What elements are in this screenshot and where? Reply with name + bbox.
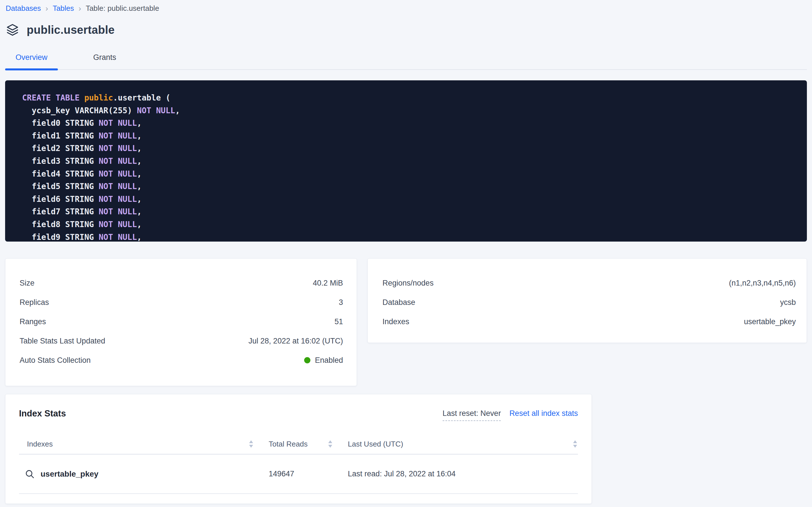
sql-line: field3 STRING NOT NULL, — [22, 155, 807, 168]
detail-value-text: 51 — [334, 317, 343, 326]
index-stats-title: Index Stats — [19, 408, 66, 419]
table-stats-card: Size40.2 MiBReplicas3Ranges51Table Stats… — [5, 258, 357, 386]
sql-token: , — [175, 106, 180, 115]
index-table-body: usertable_pkey149647Last read: Jul 28, 2… — [19, 454, 578, 494]
sql-line: field8 STRING NOT NULL, — [22, 218, 807, 231]
sql-token: NOT NULL — [99, 156, 137, 166]
sql-line: field0 STRING NOT NULL, — [22, 117, 807, 130]
reset-all-index-stats-link[interactable]: Reset all index stats — [509, 409, 578, 418]
detail-value: 51 — [334, 317, 343, 326]
sql-token: CREATE TABLE — [22, 93, 79, 103]
sql-token: , — [137, 131, 142, 140]
index-stats-card: Index Stats Last reset: Never Reset all … — [5, 394, 592, 504]
detail-row: Databaseycsb — [382, 293, 796, 312]
detail-value: ycsb — [780, 298, 796, 307]
sql-token: field4 STRING — [22, 169, 99, 179]
sql-token: , — [137, 144, 142, 153]
page-title: public.usertable — [27, 23, 115, 36]
column-header-total-reads[interactable]: Total Reads — [269, 440, 348, 449]
layers-icon — [6, 23, 19, 37]
detail-value: 3 — [339, 298, 343, 307]
sql-token: , — [137, 220, 142, 229]
sql-token: , — [137, 232, 142, 241]
chevron-right-icon: › — [45, 5, 48, 12]
detail-row: Auto Stats CollectionEnabled — [19, 351, 343, 370]
column-header-last-used-label: Last Used (UTC) — [348, 440, 403, 449]
sql-token: NOT NULL — [137, 106, 175, 115]
column-header-indexes[interactable]: Indexes — [19, 440, 269, 449]
sql-token: NOT NULL — [99, 182, 137, 191]
magnifier-icon — [25, 469, 35, 479]
detail-row: Replicas3 — [19, 293, 343, 312]
index-stats-header: Index Stats Last reset: Never Reset all … — [19, 408, 578, 421]
index-table-header: Indexes Total Reads Last Used (UTC) — [19, 434, 578, 454]
detail-row: Indexesusertable_pkey — [382, 312, 796, 331]
sql-token: NOT NULL — [99, 207, 137, 216]
detail-row: Table Stats Last UpdatedJul 28, 2022 at … — [19, 331, 343, 351]
sort-icon[interactable] — [327, 440, 333, 449]
table-details-page: Databases › Tables › Table: public.usert… — [0, 0, 812, 507]
sql-token: , — [137, 194, 142, 204]
sql-token: , — [137, 182, 142, 191]
tab-overview[interactable]: Overview — [5, 50, 58, 69]
detail-label: Auto Stats Collection — [19, 356, 91, 365]
sql-line: ycsb_key VARCHAR(255) NOT NULL, — [22, 105, 807, 117]
breadcrumb-link-databases[interactable]: Databases — [6, 4, 41, 13]
index-name-cell[interactable]: usertable_pkey — [19, 469, 269, 479]
detail-value: (n1,n2,n3,n4,n5,n6) — [729, 279, 796, 288]
sql-token: field8 STRING — [22, 220, 99, 229]
sql-token: field0 STRING — [22, 118, 99, 128]
detail-label: Regions/nodes — [382, 279, 434, 288]
detail-value-text: 3 — [339, 298, 343, 307]
sql-token: ycsb_key VARCHAR(255) — [22, 106, 137, 115]
column-header-indexes-label: Indexes — [27, 440, 53, 449]
sql-token: , — [137, 169, 142, 179]
tab-grants[interactable]: Grants — [78, 50, 131, 69]
column-header-last-used[interactable]: Last Used (UTC) — [348, 440, 578, 449]
sort-icon[interactable] — [572, 440, 578, 449]
summary-cards-row: Size40.2 MiBReplicas3Ranges51Table Stats… — [5, 258, 807, 386]
sql-token — [79, 93, 84, 103]
last-used-cell: Last read: Jul 28, 2022 at 16:04 — [348, 469, 578, 478]
column-header-total-reads-label: Total Reads — [269, 440, 308, 449]
sql-token: NOT NULL — [99, 169, 137, 179]
sql-token: NOT NULL — [99, 232, 137, 241]
table-meta-card: Regions/nodes(n1,n2,n3,n4,n5,n6)Database… — [367, 258, 807, 343]
sql-token: NOT NULL — [99, 131, 137, 140]
status-dot-green — [304, 357, 310, 363]
detail-label: Indexes — [382, 317, 410, 326]
detail-value: Jul 28, 2022 at 16:02 (UTC) — [249, 337, 343, 345]
sql-token: field5 STRING — [22, 182, 99, 191]
detail-value-text: (n1,n2,n3,n4,n5,n6) — [729, 279, 796, 288]
sql-line: field5 STRING NOT NULL, — [22, 180, 807, 193]
sql-token: public — [84, 93, 113, 103]
index-stats-actions: Last reset: Never Reset all index stats — [443, 408, 578, 421]
tab-bar: Overview Grants — [5, 50, 807, 70]
sql-line: field2 STRING NOT NULL, — [22, 142, 807, 155]
detail-value-text: ycsb — [780, 298, 796, 307]
sql-token: NOT NULL — [99, 194, 137, 204]
sql-token: NOT NULL — [99, 144, 137, 153]
breadcrumb-link-tables[interactable]: Tables — [53, 4, 74, 13]
detail-label: Database — [382, 298, 415, 307]
sort-icon[interactable] — [248, 440, 254, 449]
sql-line: field4 STRING NOT NULL, — [22, 168, 807, 180]
detail-value: 40.2 MiB — [313, 279, 343, 288]
sql-token: field3 STRING — [22, 156, 99, 166]
detail-value-text: Jul 28, 2022 at 16:02 (UTC) — [249, 337, 343, 345]
last-reset-label[interactable]: Last reset: Never — [443, 409, 501, 421]
detail-row: Regions/nodes(n1,n2,n3,n4,n5,n6) — [382, 273, 796, 293]
detail-value-text: usertable_pkey — [744, 317, 796, 326]
sql-token: field9 STRING — [22, 232, 99, 241]
sql-token: .usertable ( — [113, 93, 170, 103]
detail-label: Table Stats Last Updated — [19, 337, 105, 345]
sql-token: NOT NULL — [99, 220, 137, 229]
create-table-sql: CREATE TABLE public.usertable ( ycsb_key… — [5, 80, 807, 241]
sql-line: field1 STRING NOT NULL, — [22, 130, 807, 143]
breadcrumb-current: Table: public.usertable — [86, 4, 159, 13]
sql-token: , — [137, 156, 142, 166]
chevron-right-icon: › — [79, 5, 81, 12]
sql-token: NOT NULL — [99, 118, 137, 128]
sql-line: field9 STRING NOT NULL, — [22, 231, 807, 241]
sql-line: CREATE TABLE public.usertable ( — [22, 92, 807, 105]
